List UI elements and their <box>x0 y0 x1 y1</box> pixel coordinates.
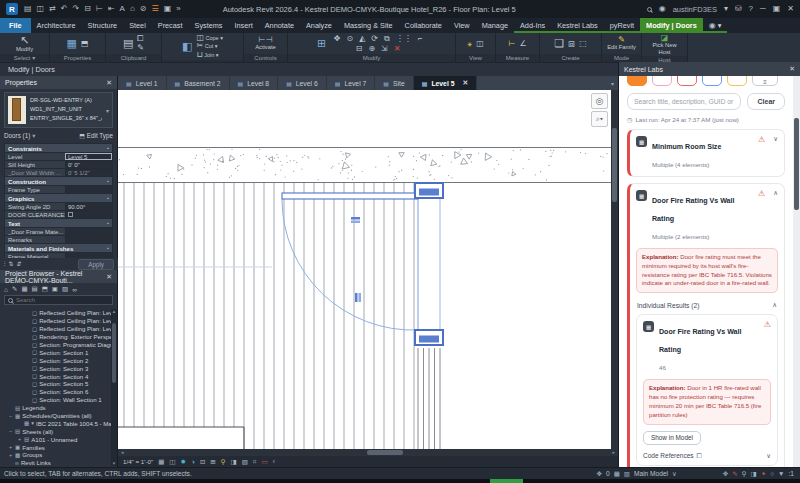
pb-link-icon[interactable]: ∞ <box>72 286 77 293</box>
revit-logo-icon[interactable]: R <box>6 3 18 15</box>
analytical-model-icon[interactable]: ▭ <box>262 458 268 466</box>
measure-icon[interactable]: ⊢ <box>96 5 103 13</box>
panel-label-measure[interactable]: Measure <box>496 54 539 62</box>
view-scale[interactable]: 1/4" = 1'-0" <box>123 458 153 465</box>
edit-family-tool[interactable]: ✎Edit Family <box>607 36 637 51</box>
project-browser-scrollbar[interactable]: ▲▼ <box>111 309 117 466</box>
tree-item-legends[interactable]: ▤Legends <box>0 404 111 412</box>
tree-item[interactable]: ▢Section: Section 4 <box>0 372 111 380</box>
tab-collaborate[interactable]: Collaborate <box>399 18 448 33</box>
filter-chip-blue[interactable] <box>702 76 722 86</box>
property-row[interactable]: Remarks <box>5 236 112 244</box>
detail-level-icon[interactable]: ▦ <box>158 458 164 466</box>
tree-item[interactable]: ▢Section: Wall Section 1 <box>0 396 111 404</box>
door-flip-control[interactable] <box>355 293 361 302</box>
steering-wheel-icon[interactable]: ◎ <box>591 93 608 109</box>
tab-massing-site[interactable]: Massing & Site <box>338 18 399 33</box>
angle-icon[interactable]: ∠ <box>519 40 526 48</box>
open-icon[interactable]: ▤ <box>24 5 32 13</box>
kestrel-search-input[interactable] <box>627 93 741 110</box>
view-tab[interactable]: ▤Basement 2 <box>167 76 230 90</box>
sun-path-icon[interactable]: ✹ <box>180 458 185 466</box>
sync-icon[interactable]: ⇄ <box>49 5 56 13</box>
sort-ascending-icon[interactable]: ⇅ <box>9 261 14 267</box>
paint-icon[interactable]: ◧ <box>182 41 192 52</box>
tree-item-revit-links[interactable]: ∞Revit Links <box>0 459 111 466</box>
result-card-46[interactable]: ▦ Door Fire Rating Vs Wall Rating46 ⚠ Ex… <box>636 314 778 465</box>
property-row[interactable]: DOOR CLEARANCES <box>5 211 112 219</box>
pb-edit-icon[interactable]: ✎ <box>12 285 17 293</box>
pb-views-icon[interactable]: ▦ <box>21 285 27 293</box>
temporary-view-icon[interactable]: ⌗ <box>253 458 257 466</box>
door-clearances-checkbox[interactable] <box>68 212 73 217</box>
mirror-icon[interactable]: ◭ <box>359 35 365 43</box>
type-selector[interactable]: DR-SGL-WD-ENTRY (A) WD1_INT_NR_UNIT ENTR… <box>4 92 113 128</box>
join-tool[interactable]: ⊔ Join ▾ <box>196 51 223 59</box>
category-selector[interactable]: Doors (1) <box>4 132 30 139</box>
tab-add-ins[interactable]: Add-Ins <box>514 18 551 33</box>
delete-icon[interactable]: ✕ <box>394 45 401 53</box>
property-row[interactable]: Sill Height0' 0" <box>5 161 112 169</box>
design-option-icon[interactable]: ▥ <box>624 470 630 478</box>
clear-button[interactable]: Clear <box>747 93 785 110</box>
help-icon[interactable]: ? <box>749 5 753 13</box>
worksharing-display-icon[interactable]: ▧ <box>242 458 248 466</box>
tree-item[interactable]: ▢Section: Section 6 <box>0 388 111 396</box>
tab-systems[interactable]: Systems <box>189 18 229 33</box>
tab-pyrevit[interactable]: pyRevit <box>604 18 640 33</box>
tree-item-sheets[interactable]: −▤Sheets (all) <box>0 427 111 435</box>
sort-grouping-icon[interactable]: ⇵ <box>17 261 22 267</box>
lightbulb-icon[interactable]: ⚹ <box>467 40 472 48</box>
properties-help-icon[interactable]: ⫶ <box>4 261 6 267</box>
code-references-toggle[interactable]: Code References⧠∨ <box>643 452 771 460</box>
tab-precast[interactable]: Precast <box>152 18 189 33</box>
editable-only-icon[interactable]: ✥ <box>597 470 602 478</box>
kestrel-panel-header[interactable]: Kestrel Labs✕ <box>619 62 800 76</box>
kestrel-scrollbar[interactable] <box>793 76 800 467</box>
view-tab-active[interactable]: ▤Level 5✕ <box>414 76 477 90</box>
tree-item[interactable]: ▢Section: Section 3 <box>0 364 111 372</box>
tab-analyze[interactable]: Analyze <box>300 18 338 33</box>
exclude-options-icon[interactable]: ✥ <box>723 470 728 478</box>
section-icon[interactable]: ⊘ <box>140 5 147 13</box>
minimize-button[interactable]: ─ <box>760 5 766 13</box>
door-flip-control[interactable] <box>351 217 360 223</box>
print-icon[interactable]: ⊟ <box>84 5 91 13</box>
tab-insert[interactable]: Insert <box>229 18 259 33</box>
tab-file[interactable]: File <box>0 18 31 33</box>
tab-manage[interactable]: Manage <box>476 18 514 33</box>
property-row[interactable]: LevelLevel 5 <box>5 153 112 161</box>
panel-label-create[interactable]: Create <box>540 54 601 62</box>
create-group-icon[interactable]: ❏ <box>554 38 564 49</box>
tab-structure[interactable]: Structure <box>82 18 124 33</box>
close-icon[interactable]: ✕ <box>462 79 468 87</box>
filter-chip-pink[interactable] <box>652 76 672 86</box>
filter-chip-all[interactable] <box>627 76 647 86</box>
panel-label-modify[interactable]: Modify <box>288 54 455 62</box>
constraints-icon[interactable]: ‹ <box>273 458 275 465</box>
view-tab[interactable]: ▤Level 1 <box>118 76 167 90</box>
tree-item-schedules[interactable]: −▦Schedules/Quantities (all) <box>0 412 111 420</box>
tree-item-groups[interactable]: +▩Groups <box>0 451 111 459</box>
tree-item[interactable]: ▢Section: Section 1 <box>0 348 111 356</box>
horizontal-scroll-thumb[interactable] <box>367 450 403 455</box>
tree-item[interactable]: ▢Reflected Ceiling Plan: Level 7 <box>0 309 111 317</box>
view-tab-overflow-icon[interactable]: ▾ <box>607 76 618 90</box>
qat-more-icon[interactable]: » <box>176 5 180 13</box>
apply-button[interactable]: Apply <box>78 259 114 270</box>
filter-icon[interactable]: ▼ <box>778 470 784 477</box>
rule-card-door-fire-rating[interactable]: ▦ Door Fire Rating Vs Wall RatingMultipl… <box>627 183 785 467</box>
save-icon[interactable]: ◫ <box>37 5 45 13</box>
text-icon[interactable]: A <box>120 5 125 13</box>
show-in-model-button[interactable]: Show in Model <box>643 431 701 445</box>
taskbar-active-app[interactable] <box>490 479 523 483</box>
restore-button[interactable]: ▣ <box>773 5 781 13</box>
edit-type-button[interactable]: ⬒Edit Type <box>79 132 113 139</box>
selected-door[interactable] <box>282 183 443 345</box>
filter-chip-yellow[interactable] <box>727 76 747 86</box>
undo-icon[interactable]: ↶ <box>61 5 68 13</box>
edit-in-place-icon[interactable]: ✎ <box>732 470 737 478</box>
pick-new-host-tool[interactable]: ◪Pick New Host <box>650 34 680 55</box>
tab-architecture[interactable]: Architecture <box>31 18 82 33</box>
align-icon[interactable]: ⊞ <box>317 38 326 49</box>
